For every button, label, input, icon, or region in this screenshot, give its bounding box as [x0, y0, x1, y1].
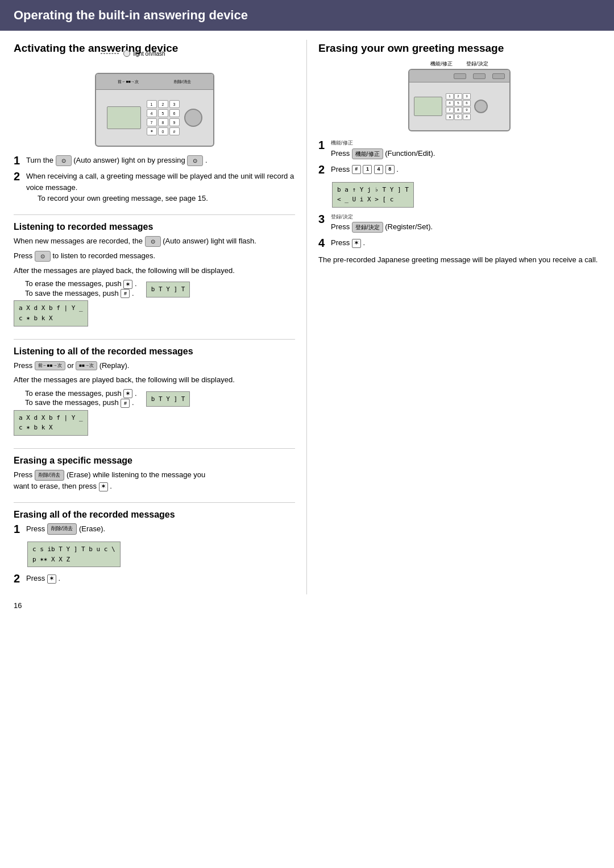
lcd-erase-all: c s ib T Y ] T b u c \ p ✶✶ X X Z	[27, 542, 121, 567]
greeting-step2: 2 Press # 1 4 8 .	[318, 164, 600, 175]
register-set-btn: 登録/決定	[352, 222, 383, 233]
sm-key-hash: #	[463, 114, 471, 120]
listening-recorded-section: Listening to recorded messages When new …	[14, 222, 295, 329]
greeting-note: The pre-recorded Japanese greeting messa…	[318, 254, 600, 266]
greeting-step1-mid: (Function/Edit).	[385, 149, 435, 158]
step2-note: To record your own greeting message, see…	[38, 194, 208, 202]
key-1: 1	[147, 100, 157, 108]
listening-all-para2: After the messages are played back, the …	[14, 374, 295, 386]
fax-right-top-bar	[409, 70, 509, 82]
lcd-display-1: a X d X b f | Y _ c ✶ b k X	[14, 300, 88, 326]
erase-all-btn: 削除/消去	[47, 523, 77, 535]
key-3: 3	[169, 100, 180, 108]
lcd-notes-all: To erase the messages, push ✶ . To save …	[14, 389, 137, 438]
fax-top-bar: 前←■■→次 削除/消去	[96, 74, 213, 90]
btn-labels-row: 機能/修正 登録/決定	[408, 60, 511, 68]
erasing-greeting-section: Erasing your own greeting message 機能/修正 …	[318, 42, 600, 266]
fax-right-body: 1 2 3 4 5 6 7 8 9 ✶ 0 #	[409, 82, 509, 130]
fax-machine-right: 1 2 3 4 5 6 7 8 9 ✶ 0 #	[408, 69, 511, 131]
step-1-activate: 1 Turn the ⊙ (Auto answer) light on by p…	[14, 155, 295, 166]
lcd-line2: c ✶ b k X	[19, 313, 83, 324]
lcd-all-line2: c ✶ b k X	[19, 423, 83, 433]
sm-key-9: 9	[463, 107, 471, 113]
lcd-all-line1: a X d X b f | Y _	[19, 413, 83, 423]
lcd-greeting-line1: b a ↑ Y j ♭ T Y ] T	[337, 185, 409, 195]
erase-all-step1: 1 Press 削除/消去 (Erase).	[14, 523, 295, 535]
page-header: Operating the built-in answering device	[0, 0, 614, 31]
lcd-greeting-line2: < _ U i X > [ c	[337, 195, 409, 205]
sm-key-star: ✶	[446, 114, 454, 120]
greeting-step2-press: Press	[331, 165, 350, 173]
divider-4	[14, 502, 295, 503]
listening-para2: Press ⊙ to listen to recorded messages.	[14, 250, 295, 262]
sm-keypad: 1 2 3 4 5 6 7 8 9 ✶ 0 #	[446, 93, 471, 120]
step3-label: 登録/決定	[331, 213, 600, 221]
function-edit-btn: 機能/修正	[352, 148, 383, 159]
light-label-text: light on/flash	[134, 51, 165, 57]
page-number: 16	[0, 594, 614, 617]
key-star: ✶	[147, 127, 157, 135]
lcd-all-right1: b T Y ] T	[151, 394, 185, 404]
hash-key-2: #	[121, 399, 130, 408]
keypad-area: 1 2 3 4 5 6 7 8 9 ✶ 0 #	[96, 90, 213, 146]
listening-para3: After the messages are played back, the …	[14, 265, 295, 276]
kinouhenshu-label: 機能/修正	[430, 60, 453, 68]
step1-label: 機能/修正	[331, 139, 600, 147]
erasing-specific-para: Press 削除/消去 (Erase) while listening to t…	[14, 469, 295, 492]
sm-key-4: 4	[446, 100, 454, 106]
page-title: Operating the built-in answering device	[14, 8, 248, 22]
key-2: 2	[158, 100, 168, 108]
key-0: 0	[158, 127, 168, 135]
lcd-right1: b T Y ] T	[151, 284, 185, 295]
greeting-step4: 4 Press ✶ .	[318, 237, 600, 249]
erasing-all-section: Erasing all of the recorded messages 1 P…	[14, 510, 295, 585]
erase-all-step2: 2 Press ✶ .	[14, 573, 295, 584]
key-hash: #	[169, 127, 180, 135]
divider-1	[14, 214, 295, 215]
divider-3	[14, 448, 295, 449]
erase-all-press: Press	[26, 524, 45, 533]
greeting-step4-press: Press	[331, 238, 350, 247]
right-column: Erasing your own greeting message 機能/修正 …	[307, 40, 600, 594]
key-8: 8	[158, 118, 168, 126]
sm-dial	[474, 100, 488, 113]
fax-machine-left: 前←■■→次 削除/消去 1 2 3 4	[95, 73, 214, 147]
erase-all-lcd-row: c s ib T Y ] T b u c \ p ✶✶ X X Z	[27, 539, 295, 569]
listening-lcd-row: To erase the messages, push ✶ . To save …	[14, 279, 295, 328]
key-4: 4	[147, 109, 157, 117]
sm-key-3: 3	[463, 93, 471, 100]
step-2-activate: 2 When receiving a call, a greeting mess…	[14, 171, 295, 204]
erase-all-label: (Erase).	[79, 524, 105, 533]
greeting-lcd-row: b a ↑ Y j ♭ T Y ] T < _ U i X > [ c	[332, 180, 600, 210]
left-column: Activating the answering device light on…	[14, 40, 307, 594]
auto-answer-listen-btn: ⊙	[35, 251, 51, 262]
auto-answer-btn2: ⊙	[187, 155, 203, 166]
replay-btn: ■■→次	[76, 361, 97, 370]
key-7: 7	[147, 118, 157, 126]
key-6: 6	[169, 109, 180, 117]
sm-key-2: 2	[454, 93, 462, 100]
light-label: light on/flash	[101, 50, 165, 57]
step1-text-before: Turn the	[26, 156, 53, 164]
erase-all-step2-press: Press	[26, 574, 45, 582]
lcd-line1: a X d X b f | Y _	[19, 303, 83, 313]
key8-step2: 8	[385, 165, 395, 174]
hash-key-step2: #	[352, 165, 361, 174]
listening-all-section: Listening to all of the recorded message…	[14, 346, 295, 438]
sm-key-6: 6	[463, 100, 471, 106]
greeting-step3: 3 登録/決定 Press 登録/決定 (Register/Set).	[318, 213, 600, 233]
star-key-1: ✶	[123, 280, 132, 289]
greeting-step3-mid: (Register/Set).	[385, 222, 433, 231]
sm-key-0: 0	[454, 114, 462, 120]
prev-btn: 前←■■→次	[35, 361, 65, 370]
activating-section: Activating the answering device light on…	[14, 42, 295, 204]
listening-all-lcd-row: To erase the messages, push ✶ . To save …	[14, 389, 295, 438]
lcd-erase-line1: c s ib T Y ] T b u c \	[32, 544, 115, 555]
auto-answer-btn: ⊙	[56, 155, 72, 166]
key-9: 9	[169, 118, 180, 126]
listening-all-title: Listening to all of the recorded message…	[14, 346, 295, 357]
device-illustration-left: light on/flash 前←■■→次 削除/消去	[14, 60, 295, 147]
erasing-specific-title: Erasing a specific message	[14, 456, 295, 466]
erase-specific-btn: 削除/消去	[35, 470, 65, 481]
device-illustration-right: 機能/修正 登録/決定	[318, 60, 600, 131]
